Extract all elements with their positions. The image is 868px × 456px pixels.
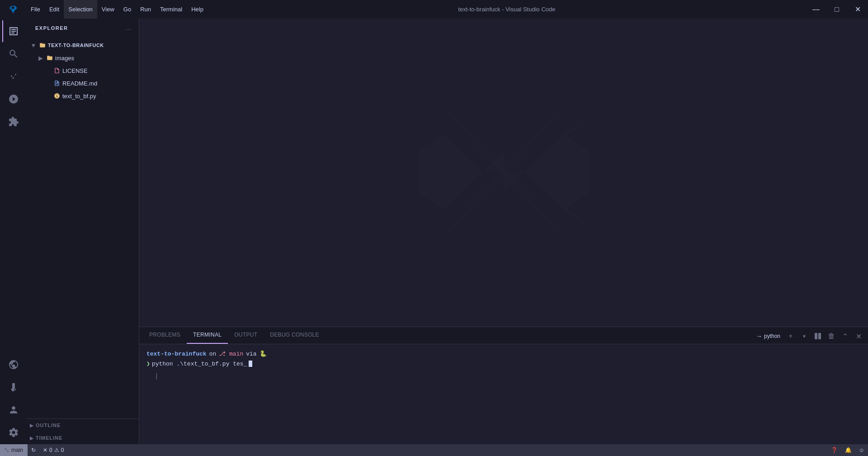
project-root[interactable]: ▼ TEXT-TO-BRAINFUCK bbox=[26, 39, 139, 52]
readme-file[interactable]: ▶ README.md bbox=[26, 77, 139, 90]
terminal-prompt-line1: text-to-brainfuck on ⎇ main via 🐍 bbox=[146, 350, 861, 359]
menu-terminal[interactable]: Terminal bbox=[156, 0, 187, 19]
sync-icon: ↻ bbox=[31, 447, 36, 453]
activity-source-control[interactable] bbox=[2, 66, 24, 87]
activity-explorer[interactable] bbox=[2, 20, 24, 42]
menu-bar: File Edit Selection View Go Run Terminal… bbox=[26, 0, 208, 19]
maximize-button[interactable]: □ bbox=[826, 0, 847, 19]
images-arrow-icon: ▶ bbox=[37, 55, 44, 62]
term-command-text: python .\text_to_bf.py tes_ bbox=[152, 360, 247, 369]
add-terminal-button[interactable]: + bbox=[785, 330, 797, 342]
folder-arrow-icon: ▼ bbox=[30, 42, 37, 49]
license-label: LICENSE bbox=[62, 67, 88, 74]
terminal-content[interactable]: text-to-brainfuck on ⎇ main via 🐍 ❯ pyth… bbox=[139, 344, 868, 444]
images-folder-icon bbox=[46, 54, 53, 62]
images-folder[interactable]: ▶ images bbox=[26, 52, 139, 64]
svg-rect-2 bbox=[815, 333, 817, 339]
menu-go[interactable]: Go bbox=[119, 0, 136, 19]
menu-selection[interactable]: Selection bbox=[64, 0, 97, 19]
term-branch: ⎇ main bbox=[219, 350, 243, 359]
python-label: python bbox=[764, 333, 780, 339]
activity-run-debug[interactable] bbox=[2, 88, 24, 110]
tab-output[interactable]: OUTPUT bbox=[228, 327, 264, 344]
svg-rect-3 bbox=[818, 333, 821, 339]
license-file[interactable]: ▶ LICENSE bbox=[26, 64, 139, 77]
sidebar: Explorer … ▼ TEXT-TO-BRAINFUCK ▶ images bbox=[26, 19, 139, 444]
menu-edit[interactable]: Edit bbox=[45, 0, 64, 19]
kill-terminal-button[interactable]: 🗑 bbox=[826, 330, 837, 342]
outline-section[interactable]: ▶ OUTLINE bbox=[26, 419, 139, 432]
tab-problems[interactable]: PROBLEMS bbox=[143, 327, 187, 344]
menu-view[interactable]: View bbox=[97, 0, 119, 19]
term-python-icon: 🐍 bbox=[259, 350, 267, 359]
maximize-panel-button[interactable]: ⌃ bbox=[839, 330, 851, 342]
term-cursor bbox=[249, 361, 252, 367]
editor-area[interactable] bbox=[139, 19, 868, 327]
readme-label: README.md bbox=[62, 80, 97, 87]
sidebar-actions: … bbox=[123, 23, 133, 33]
activity-search[interactable] bbox=[2, 43, 24, 65]
activity-extensions[interactable] bbox=[2, 111, 24, 133]
close-panel-button[interactable]: ✕ bbox=[853, 330, 864, 342]
menu-run[interactable]: Run bbox=[136, 0, 156, 19]
branch-icon: ⎇ bbox=[219, 351, 226, 357]
error-icon: ✕ bbox=[43, 447, 47, 453]
branch-label: main bbox=[11, 447, 23, 453]
status-bar-left: ␖ main ↻ ✕ 0 ⚠ 0 bbox=[0, 444, 67, 456]
tab-terminal[interactable]: TERMINAL bbox=[187, 327, 228, 344]
activity-accounts[interactable] bbox=[2, 399, 24, 421]
bell-icon: 🔔 bbox=[845, 447, 852, 453]
activity-bar bbox=[0, 19, 26, 444]
status-sync[interactable]: ↻ bbox=[28, 444, 39, 456]
close-button[interactable]: ✕ bbox=[847, 0, 868, 19]
terminal-python-indicator[interactable]: → python bbox=[753, 330, 783, 342]
status-remote[interactable]: ❓ bbox=[827, 444, 841, 456]
sidebar-bottom: ▶ OUTLINE ▶ TIMELINE bbox=[26, 418, 139, 444]
sidebar-header: Explorer … bbox=[26, 19, 139, 37]
outline-label: OUTLINE bbox=[36, 423, 61, 428]
timeline-section[interactable]: ▶ TIMELINE bbox=[26, 432, 139, 444]
menu-file[interactable]: File bbox=[26, 0, 45, 19]
warning-count: 0 bbox=[61, 447, 64, 453]
status-branch[interactable]: ␖ main bbox=[0, 444, 28, 456]
split-terminal-button[interactable] bbox=[812, 330, 824, 342]
timeline-label: TIMELINE bbox=[36, 435, 62, 441]
outline-arrow-icon: ▶ bbox=[30, 423, 34, 428]
branch-name: main bbox=[229, 351, 243, 357]
titlebar: File Edit Selection View Go Run Terminal… bbox=[0, 0, 868, 19]
term-project: text-to-brainfuck bbox=[146, 350, 207, 359]
activity-remote[interactable] bbox=[2, 354, 24, 375]
python-icon bbox=[53, 92, 61, 100]
text-cursor: | bbox=[155, 373, 158, 380]
terminal-icon: → bbox=[756, 332, 762, 340]
content-area: PROBLEMS TERMINAL OUTPUT DEBUG CONSOLE →… bbox=[139, 19, 868, 444]
status-feedback[interactable]: ☺ bbox=[855, 444, 868, 456]
term-prompt-arrow: ❯ bbox=[146, 360, 150, 369]
sidebar-title: Explorer bbox=[35, 25, 68, 31]
term-via: via bbox=[246, 350, 256, 359]
terminal-dropdown-button[interactable]: ▼ bbox=[798, 330, 810, 342]
activity-settings[interactable] bbox=[2, 422, 24, 443]
status-bar-right: ❓ 🔔 ☺ bbox=[827, 444, 868, 456]
vscode-watermark bbox=[418, 86, 590, 259]
sidebar-more-actions[interactable]: … bbox=[123, 23, 133, 33]
timeline-arrow-icon: ▶ bbox=[30, 436, 34, 441]
panel-actions: → python + ▼ 🗑 ⌃ ✕ bbox=[753, 330, 864, 344]
python-file[interactable]: ▶ text_to_bf.py bbox=[26, 90, 139, 102]
readme-icon bbox=[53, 80, 61, 87]
python-file-label: text_to_bf.py bbox=[62, 93, 96, 100]
project-folder-icon bbox=[39, 42, 46, 49]
status-notifications[interactable]: 🔔 bbox=[841, 444, 855, 456]
term-on: on bbox=[209, 350, 217, 359]
tab-debug-console[interactable]: DEBUG CONSOLE bbox=[264, 327, 326, 344]
menu-help[interactable]: Help bbox=[187, 0, 208, 19]
warning-icon: ⚠ bbox=[54, 447, 59, 453]
error-count: 0 bbox=[49, 447, 52, 453]
branch-icon: ␖ bbox=[5, 447, 9, 453]
status-errors[interactable]: ✕ 0 ⚠ 0 bbox=[39, 444, 67, 456]
status-bar: ␖ main ↻ ✕ 0 ⚠ 0 ❓ 🔔 ☺ bbox=[0, 444, 868, 456]
activity-flask[interactable] bbox=[2, 376, 24, 398]
minimize-button[interactable]: — bbox=[806, 0, 826, 19]
license-icon bbox=[53, 67, 61, 74]
panel-tabs: PROBLEMS TERMINAL OUTPUT DEBUG CONSOLE →… bbox=[139, 327, 868, 344]
